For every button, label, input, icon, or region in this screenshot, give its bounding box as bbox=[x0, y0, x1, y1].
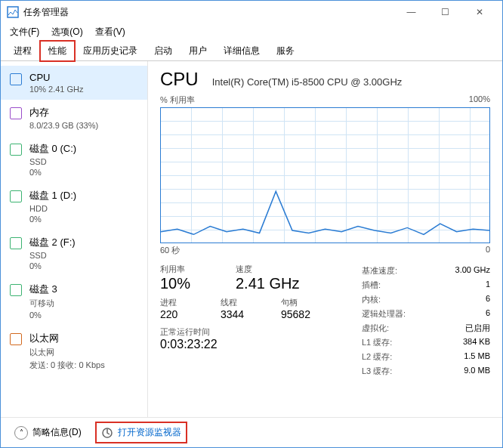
cpu-line-icon bbox=[161, 108, 489, 243]
right-stat-row-1: 插槽:1 bbox=[362, 278, 490, 292]
right-stat-row-2: 内核:6 bbox=[362, 292, 490, 307]
footer: ˄ 简略信息(D) 打开资源监视器 bbox=[1, 417, 502, 447]
tab-app-history[interactable]: 应用历史记录 bbox=[75, 41, 146, 61]
right-stat-row-5: L1 缓存:384 KB bbox=[362, 335, 490, 350]
uptime-label: 正常运行时间 bbox=[160, 326, 339, 338]
sidebar-item-1[interactable]: 内存8.0/23.9 GB (33%) bbox=[1, 100, 147, 136]
tab-processes[interactable]: 进程 bbox=[5, 41, 40, 61]
sidebar-item-name: 以太网 bbox=[29, 332, 105, 345]
right-stat-row-6: L2 缓存:1.5 MB bbox=[362, 350, 490, 364]
right-stat-label: 基准速度: bbox=[362, 265, 397, 277]
sidebar-item-3[interactable]: 磁盘 1 (D:)HDD0% bbox=[1, 183, 147, 230]
right-stat-row-3: 逻辑处理器:6 bbox=[362, 307, 490, 321]
sidebar-item-2[interactable]: 磁盘 0 (C:)SSD0% bbox=[1, 136, 147, 183]
tab-startup[interactable]: 启动 bbox=[146, 41, 181, 61]
sidebar-item-0[interactable]: CPU10% 2.41 GHz bbox=[1, 66, 147, 100]
open-resource-monitor-button[interactable]: 打开资源监视器 bbox=[97, 423, 186, 442]
blue-square-icon bbox=[10, 73, 22, 85]
chart-xlabel: 60 秒 bbox=[160, 245, 180, 256]
window-title: 任务管理器 bbox=[23, 6, 394, 19]
speed-label: 速度 bbox=[236, 264, 299, 275]
green-square-icon bbox=[10, 237, 22, 249]
minimize-button[interactable]: — bbox=[394, 1, 428, 23]
sidebar-item-sub2: 0% bbox=[29, 311, 57, 320]
handles-value: 95682 bbox=[281, 308, 319, 320]
right-stat-label: L1 缓存: bbox=[362, 337, 392, 348]
right-stat-value: 1 bbox=[486, 280, 490, 291]
open-resource-monitor-label: 打开资源监视器 bbox=[118, 426, 181, 439]
right-stat-label: L3 缓存: bbox=[362, 366, 392, 377]
sidebar-item-name: 磁盘 1 (D:) bbox=[29, 189, 76, 202]
right-stat-value: 9.0 MB bbox=[464, 366, 490, 377]
green-square-icon bbox=[10, 284, 22, 296]
tab-users[interactable]: 用户 bbox=[181, 41, 215, 61]
chart-ymax: 100% bbox=[469, 94, 490, 106]
cpu-model: Intel(R) Core(TM) i5-8500 CPU @ 3.00GHz bbox=[212, 76, 403, 88]
utilization-value: 10% bbox=[160, 275, 213, 292]
maximize-button[interactable]: ☐ bbox=[428, 1, 462, 23]
tab-services[interactable]: 服务 bbox=[268, 41, 303, 61]
sidebar-item-name: 磁盘 0 (C:) bbox=[29, 142, 76, 156]
handles-label: 句柄 bbox=[281, 297, 319, 308]
green-square-icon bbox=[10, 144, 22, 156]
right-stat-value: 6 bbox=[486, 294, 490, 305]
right-stat-value: 1.5 MB bbox=[464, 351, 490, 363]
tabbar: 进程 性能 应用历史记录 启动 用户 详细信息 服务 bbox=[1, 40, 502, 61]
sidebar-item-sub: 以太网 bbox=[29, 347, 105, 358]
sidebar-item-sub: HDD bbox=[29, 204, 76, 213]
titlebar: 任务管理器 — ☐ ✕ bbox=[1, 1, 502, 23]
tab-details[interactable]: 详细信息 bbox=[215, 41, 268, 61]
sidebar-item-name: 磁盘 2 (F:) bbox=[29, 236, 76, 249]
sidebar-item-sub: 可移动 bbox=[29, 298, 57, 309]
cpu-chart bbox=[160, 107, 490, 243]
sidebar-item-sub2: 0% bbox=[29, 168, 76, 177]
close-button[interactable]: ✕ bbox=[462, 1, 496, 23]
chart-ylabel: % 利用率 bbox=[160, 94, 195, 106]
chevron-up-icon: ˄ bbox=[14, 426, 28, 440]
sidebar-item-name: 磁盘 3 bbox=[29, 283, 57, 296]
sidebar-item-sub: 10% 2.41 GHz bbox=[29, 85, 84, 94]
sidebar-item-sub2: 0% bbox=[29, 261, 76, 270]
fewer-details-button[interactable]: ˄ 简略信息(D) bbox=[10, 423, 86, 443]
uptime-value: 0:03:23:22 bbox=[160, 338, 339, 351]
right-stat-label: L2 缓存: bbox=[362, 351, 392, 363]
right-stat-value: 3.00 GHz bbox=[455, 265, 490, 277]
cpu-stats-right: 基准速度:3.00 GHz插槽:1内核:6逻辑处理器:6虚拟化:已启用L1 缓存… bbox=[362, 264, 490, 378]
sidebar-item-sub: SSD bbox=[29, 251, 76, 260]
right-stat-label: 内核: bbox=[362, 294, 381, 305]
sidebar-item-sub: 8.0/23.9 GB (33%) bbox=[29, 121, 98, 130]
right-stat-row-7: L3 缓存:9.0 MB bbox=[362, 364, 490, 378]
right-stat-label: 虚拟化: bbox=[362, 323, 389, 334]
menu-view[interactable]: 查看(V) bbox=[89, 24, 131, 40]
right-stat-value: 384 KB bbox=[463, 337, 490, 348]
purple-square-icon bbox=[10, 107, 22, 119]
cpu-stats-left: 利用率 10% 速度 2.41 GHz 进程 220 bbox=[160, 264, 339, 378]
threads-value: 3344 bbox=[221, 308, 258, 320]
right-stat-value: 6 bbox=[486, 308, 490, 320]
menubar: 文件(F) 选项(O) 查看(V) bbox=[1, 23, 502, 40]
task-manager-window: 任务管理器 — ☐ ✕ 文件(F) 选项(O) 查看(V) 进程 性能 应用历史… bbox=[0, 0, 503, 448]
sidebar-item-6[interactable]: 以太网以太网发送: 0 接收: 0 Kbps bbox=[1, 326, 147, 377]
sidebar-item-4[interactable]: 磁盘 2 (F:)SSD0% bbox=[1, 230, 147, 277]
cpu-detail-panel: CPU Intel(R) Core(TM) i5-8500 CPU @ 3.00… bbox=[148, 61, 502, 417]
right-stat-row-4: 虚拟化:已启用 bbox=[362, 321, 490, 335]
right-stat-value: 已启用 bbox=[465, 323, 490, 334]
right-stat-label: 插槽: bbox=[362, 280, 381, 291]
sidebar-item-sub2: 发送: 0 接收: 0 Kbps bbox=[29, 360, 105, 371]
app-icon bbox=[7, 6, 19, 18]
sidebar-item-name: CPU bbox=[29, 72, 84, 83]
sidebar-item-sub2: 0% bbox=[29, 215, 76, 224]
fewer-details-label: 简略信息(D) bbox=[32, 426, 82, 439]
tab-performance[interactable]: 性能 bbox=[40, 41, 75, 61]
right-stat-row-0: 基准速度:3.00 GHz bbox=[362, 264, 490, 278]
menu-options[interactable]: 选项(O) bbox=[45, 24, 88, 40]
sidebar-item-5[interactable]: 磁盘 3可移动0% bbox=[1, 277, 147, 326]
menu-file[interactable]: 文件(F) bbox=[4, 24, 45, 40]
sidebar-item-name: 内存 bbox=[29, 106, 98, 119]
content-area: CPU10% 2.41 GHz内存8.0/23.9 GB (33%)磁盘 0 (… bbox=[1, 61, 502, 417]
cpu-title: CPU bbox=[160, 69, 199, 90]
utilization-label: 利用率 bbox=[160, 264, 213, 275]
right-stat-label: 逻辑处理器: bbox=[362, 308, 406, 320]
threads-label: 线程 bbox=[221, 297, 258, 308]
processes-value: 220 bbox=[160, 308, 198, 320]
